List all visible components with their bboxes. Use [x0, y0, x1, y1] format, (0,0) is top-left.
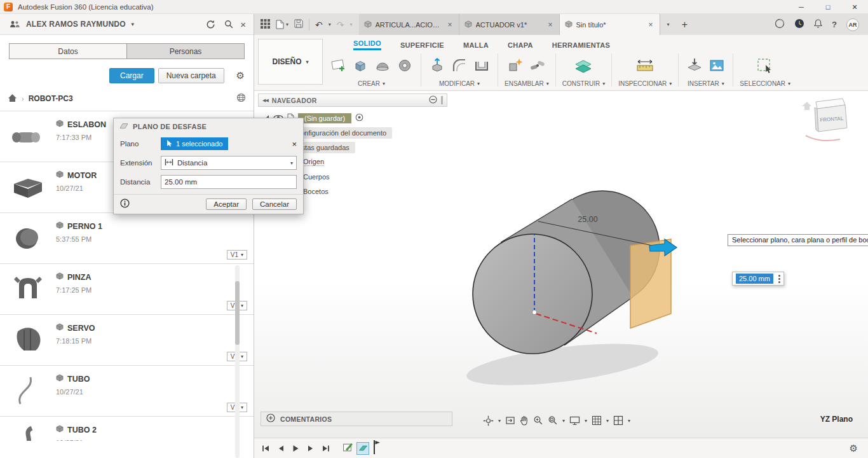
doc-tab-actuador[interactable]: ACTUADOR v1* ×: [459, 14, 560, 35]
cancel-button[interactable]: Cancelar: [252, 198, 297, 210]
list-item-perno1[interactable]: PERNO 1 5:37:55 PM V1▾: [0, 213, 254, 264]
close-tab-icon[interactable]: ×: [648, 20, 654, 29]
scrollbar-thumb[interactable]: [235, 281, 240, 345]
tab-datos[interactable]: Datos: [10, 44, 127, 59]
navigator-header[interactable]: ◀◀ NAVEGADOR: [258, 94, 447, 107]
job-status-icon[interactable]: [794, 18, 804, 31]
version-dropdown[interactable]: V1▾: [227, 250, 247, 260]
display-settings-icon[interactable]: [569, 415, 580, 426]
close-window-button[interactable]: ×: [841, 0, 868, 14]
team-name[interactable]: ALEX RAMOS RAYMUNDO: [26, 20, 126, 29]
panel-settings-gear-icon[interactable]: ⚙: [236, 70, 245, 81]
list-item-servo[interactable]: SERVO 7:18:15 PM V2▾: [0, 315, 254, 366]
file-menu-icon[interactable]: ▾: [276, 20, 288, 29]
group-label[interactable]: MODIFICAR: [439, 80, 475, 87]
add-comment-icon[interactable]: [266, 413, 275, 424]
go-to-end-button[interactable]: [322, 445, 330, 452]
offset-plane-dialog[interactable]: PLANO DE DESFASE Plano 1 seleccionado × …: [113, 118, 304, 214]
activate-radio-icon[interactable]: [355, 113, 363, 123]
dimension-input[interactable]: 25.00 mm: [736, 274, 773, 284]
search-icon[interactable]: [222, 20, 236, 29]
offset-plane-icon[interactable]: [574, 54, 593, 77]
fillet-icon[interactable]: [450, 54, 469, 77]
close-panel-icon[interactable]: ×: [240, 19, 246, 30]
refresh-icon[interactable]: [203, 20, 217, 29]
pan-hand-icon[interactable]: [520, 415, 529, 426]
joint-icon[interactable]: [528, 54, 547, 77]
viewports-dropdown-icon[interactable]: ▾: [628, 418, 630, 424]
zoom-icon[interactable]: [533, 415, 543, 426]
group-label[interactable]: ENSAMBLAR: [505, 80, 544, 87]
doc-tab-articulacion[interactable]: ARTICULA...ACION v1 ×: [359, 14, 459, 35]
viewport[interactable]: 25.00 ◀◀ NAVEGADOR (Sin gu: [254, 91, 868, 438]
close-tab-icon[interactable]: ×: [547, 20, 554, 29]
fit-dropdown-icon[interactable]: ▾: [562, 418, 565, 424]
display-dropdown-icon[interactable]: ▾: [585, 418, 587, 424]
selection-chip[interactable]: 1 seleccionado: [161, 137, 228, 150]
expression-menu-icon[interactable]: [778, 275, 780, 283]
timeline-sketch-feature[interactable]: [342, 442, 353, 454]
tab-list-dropdown-icon[interactable]: ▾: [660, 14, 677, 35]
doc-tab-sin-titulo[interactable]: Sin título* ×: [560, 14, 660, 35]
measure-icon[interactable]: [635, 54, 654, 77]
breadcrumb-project[interactable]: ROBOT-PC3: [29, 94, 73, 103]
shell-icon[interactable]: [472, 54, 491, 77]
grid-snap-icon[interactable]: [592, 415, 602, 426]
sweep-icon[interactable]: [395, 54, 414, 77]
list-item-tubo2[interactable]: TUBO 2 10/27/21 V1▾: [0, 417, 254, 441]
redo-icon[interactable]: ↷: [337, 20, 344, 30]
group-label[interactable]: INSPECCIONAR: [618, 80, 667, 87]
press-pull-icon[interactable]: [428, 54, 447, 77]
dimension-input-widget[interactable]: 25.00 mm: [732, 272, 784, 286]
notifications-bell-icon[interactable]: [814, 19, 822, 31]
app-grid-icon[interactable]: [261, 19, 270, 31]
create-sketch-icon[interactable]: [329, 54, 348, 77]
dialog-title-bar[interactable]: PLANO DE DESFASE: [114, 118, 303, 134]
info-icon[interactable]: [120, 198, 130, 210]
insert-mesh-icon[interactable]: [685, 54, 704, 77]
tab-malla[interactable]: MALLA: [463, 41, 489, 50]
play-button[interactable]: [292, 445, 299, 452]
drag-arrow[interactable]: [649, 239, 677, 256]
revolve-icon[interactable]: [373, 54, 392, 77]
undo-icon[interactable]: ↶: [315, 20, 323, 30]
extensions-icon[interactable]: [775, 18, 785, 31]
minimize-button[interactable]: ─: [788, 0, 815, 14]
comments-bar[interactable]: COMENTARIOS: [261, 412, 452, 426]
extension-dropdown[interactable]: Distancia ▾: [161, 156, 297, 170]
accept-button[interactable]: Aceptar: [206, 198, 247, 210]
new-folder-button[interactable]: Nueva carpeta: [158, 68, 224, 83]
timeline-settings-gear-icon[interactable]: ⚙: [850, 443, 860, 454]
group-label[interactable]: CREAR: [358, 80, 380, 87]
orbit-icon[interactable]: [483, 415, 494, 426]
chevron-down-icon[interactable]: ▼: [130, 22, 135, 27]
clear-selection-icon[interactable]: ×: [292, 139, 297, 149]
view-cube[interactable]: FRONTAL: [799, 95, 860, 144]
globe-icon[interactable]: [236, 93, 246, 104]
look-at-icon[interactable]: [505, 415, 515, 426]
list-item-tubo[interactable]: TUBO 10/27/21 V2▾: [0, 366, 254, 417]
tab-solido[interactable]: SOLIDO: [353, 39, 381, 50]
save-icon[interactable]: [294, 19, 303, 30]
restore-button[interactable]: □: [815, 0, 841, 14]
orbit-dropdown-icon[interactable]: ▾: [498, 418, 501, 424]
scrollbar[interactable]: [235, 265, 240, 458]
select-icon[interactable]: [756, 54, 775, 77]
step-back-button[interactable]: [278, 445, 284, 452]
avatar[interactable]: AR: [846, 18, 859, 31]
group-label[interactable]: SELECCIONAR: [740, 80, 785, 87]
home-icon[interactable]: [8, 94, 17, 104]
extrude-icon[interactable]: [351, 54, 370, 77]
new-component-icon[interactable]: [506, 54, 525, 77]
tab-herramientas[interactable]: HERRAMIENTAS: [552, 41, 610, 50]
distancia-input[interactable]: [161, 175, 297, 189]
panel-grip[interactable]: [441, 96, 443, 104]
document-name[interactable]: (Sin guardar): [298, 113, 351, 123]
tab-personas[interactable]: Personas: [127, 44, 244, 59]
tab-superficie[interactable]: SUPERFICIE: [400, 41, 444, 50]
group-label[interactable]: CONSTRUIR: [562, 80, 600, 87]
grid-dropdown-icon[interactable]: ▾: [606, 418, 609, 424]
help-icon[interactable]: ?: [832, 20, 837, 29]
close-tab-icon[interactable]: ×: [447, 20, 454, 29]
step-forward-button[interactable]: [308, 445, 314, 452]
